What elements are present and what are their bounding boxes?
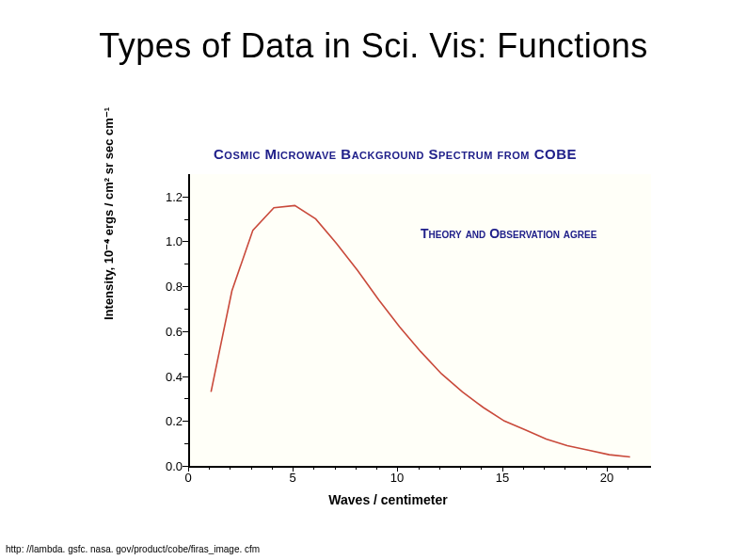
x-tick-label: 0 — [184, 471, 191, 485]
y-tick-label: 1.2 — [145, 190, 183, 204]
y-tick-label: 0.8 — [145, 280, 183, 294]
y-tick-label: 0.2 — [145, 414, 183, 428]
x-tick-label: 15 — [496, 471, 509, 485]
y-tick-label: 1.0 — [145, 234, 183, 248]
y-tick-label: 0.6 — [145, 325, 183, 339]
y-tick-label: 0.4 — [145, 370, 183, 384]
slide: Types of Data in Sci. Vis: Functions Cos… — [0, 0, 747, 560]
line-series — [190, 174, 651, 466]
y-tick-label: 0.0 — [145, 459, 183, 473]
plot-area: Theory and Observation agree — [188, 174, 651, 468]
chart-annotation: Theory and Observation agree — [421, 226, 596, 241]
chart-container: Cosmic Microwave Background Spectrum fro… — [122, 146, 668, 522]
x-tick-label: 5 — [289, 471, 295, 485]
y-axis-label: Intensity, 10⁻⁴ ergs / cm² sr sec cm⁻¹ — [102, 107, 116, 320]
x-tick-label: 20 — [600, 471, 613, 485]
x-tick-label: 10 — [390, 471, 404, 485]
chart-title: Cosmic Microwave Background Spectrum fro… — [122, 146, 668, 162]
x-axis-label: Waves / centimeter — [122, 492, 654, 507]
curve-path — [211, 205, 629, 456]
source-url: http: //lambda. gsfc. nasa. gov/product/… — [6, 544, 260, 554]
page-title: Types of Data in Sci. Vis: Functions — [0, 26, 747, 66]
